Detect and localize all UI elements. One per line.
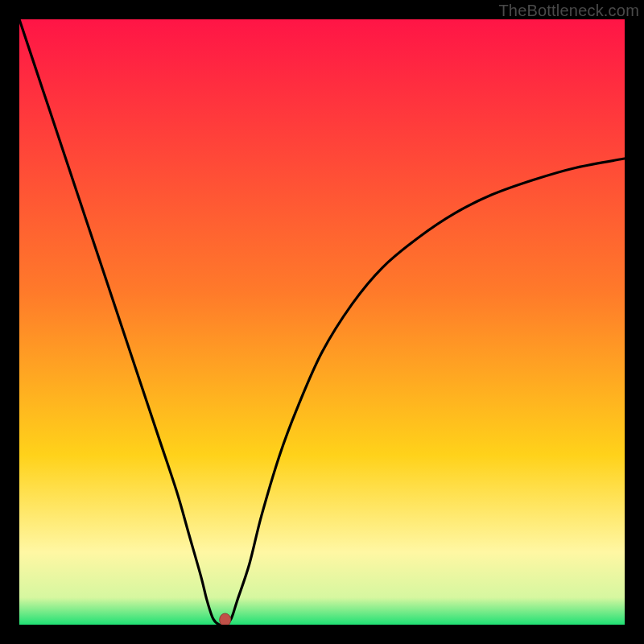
watermark-text: TheBottleneck.com — [498, 2, 639, 20]
gradient-background — [19, 19, 625, 625]
optimum-marker — [220, 613, 231, 625]
chart-frame — [19, 19, 625, 625]
bottleneck-chart — [19, 19, 625, 625]
